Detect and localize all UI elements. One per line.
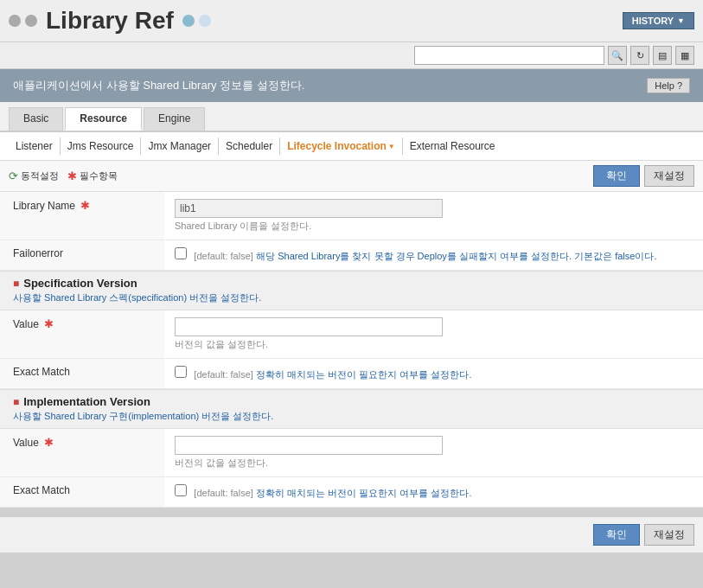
- library-name-field: Shared Library 이름을 설정한다.: [164, 192, 703, 240]
- reset-button[interactable]: 재설정: [644, 165, 694, 187]
- history-button[interactable]: HISTORY ▼: [623, 12, 694, 29]
- failonerror-field: [default: false] 해당 Shared Library를 찾지 못…: [164, 240, 703, 271]
- header-dots-right: [182, 15, 211, 27]
- toolbar-right: 확인 재설정: [593, 165, 694, 187]
- dynamic-setting-label: 동적설정: [21, 169, 59, 182]
- tab-basic[interactable]: Basic: [9, 107, 63, 131]
- bottom-reset-button[interactable]: 재설정: [644, 524, 694, 546]
- section-icon: ■: [13, 278, 19, 290]
- spec-value-input[interactable]: [175, 317, 443, 336]
- failonerror-desc: 해당 Shared Library를 찾지 못할 경우 Deploy를 실패할지…: [256, 251, 656, 261]
- dot-4: [199, 15, 211, 27]
- specification-version-desc: 사용할 Shared Library 스펙(specification) 버전을…: [13, 291, 690, 304]
- spec-exact-match-checkbox[interactable]: [175, 366, 187, 378]
- spec-exact-match-default: [default: false]: [194, 369, 253, 380]
- sub-navigation: Listener Jms Resource Jmx Manager Schedu…: [0, 132, 703, 161]
- required-star-icon: ✱: [80, 199, 90, 212]
- spec-exact-match-field: [default: false] 정확히 매치되는 버전이 필요한지 여부를 설…: [164, 359, 703, 389]
- tab-engine[interactable]: Engine: [144, 107, 205, 131]
- tabs: Basic Resource Engine: [0, 102, 703, 132]
- header-dots: [9, 15, 37, 27]
- dot-2: [25, 15, 37, 27]
- dropdown-arrow-icon: ▼: [388, 143, 395, 150]
- specification-version-section: ■ Specification Version 사용할 Shared Libra…: [0, 271, 703, 310]
- refresh-icon[interactable]: ↻: [630, 46, 649, 65]
- tab-resource[interactable]: Resource: [65, 107, 142, 131]
- impl-required-star-icon: ✱: [44, 436, 54, 449]
- page-title: Library Ref: [46, 7, 174, 35]
- bottom-confirm-button[interactable]: 확인: [593, 524, 640, 546]
- sub-nav-scheduler[interactable]: Scheduler: [219, 137, 280, 155]
- refresh-small-icon: ⟳: [9, 169, 18, 182]
- bottom-toolbar: 확인 재설정: [0, 516, 703, 553]
- implementation-version-section: ■ Implementation Version 사용할 Shared Libr…: [0, 389, 703, 429]
- spec-value-row: Value ✱ 버전의 값을 설정한다.: [0, 310, 703, 359]
- sub-nav-jmx-manager[interactable]: Jmx Manager: [141, 137, 219, 155]
- dynamic-setting-item[interactable]: ⟳ 동적설정: [9, 169, 59, 182]
- impl-exact-match-desc: 정확히 매치되는 버전이 필요한지 여부를 설정한다.: [256, 488, 471, 498]
- confirm-button[interactable]: 확인: [593, 165, 640, 187]
- header-left: Library Ref: [9, 7, 211, 35]
- dot-1: [9, 15, 21, 27]
- lifecycle-label: Lifecycle Invocation: [287, 140, 387, 152]
- sub-nav-lifecycle[interactable]: Lifecycle Invocation ▼: [280, 137, 403, 155]
- chevron-down-icon: ▼: [677, 16, 685, 25]
- page-header: Library Ref HISTORY ▼: [0, 0, 703, 42]
- sub-nav-jms-resource[interactable]: Jms Resource: [61, 137, 142, 155]
- sub-nav-external-resource[interactable]: External Resource: [403, 137, 502, 155]
- impl-value-desc: 버전의 값을 설정한다.: [175, 457, 693, 470]
- history-label: HISTORY: [632, 16, 674, 26]
- spec-value-label: Value ✱: [0, 310, 164, 359]
- implementation-version-title: ■ Implementation Version: [13, 395, 690, 408]
- export1-icon[interactable]: ▤: [653, 46, 672, 65]
- library-name-row: Library Name ✱ Shared Library 이름을 설정한다.: [0, 192, 703, 240]
- required-fields-item: ✱ 필수항목: [67, 169, 118, 182]
- impl-exact-match-default: [default: false]: [194, 488, 253, 498]
- impl-exact-match-label: Exact Match: [0, 477, 164, 508]
- impl-form-table: Value ✱ 버전의 값을 설정한다. Exact Match [defaul…: [0, 429, 703, 508]
- search-bar: 🔍 ↻ ▤ ▦: [0, 42, 703, 69]
- library-name-input[interactable]: [175, 199, 443, 218]
- impl-value-label: Value ✱: [0, 429, 164, 477]
- spec-value-field: 버전의 값을 설정한다.: [164, 310, 703, 359]
- form-table: Library Name ✱ Shared Library 이름을 설정한다. …: [0, 192, 703, 271]
- description-bar: 애플리케이션에서 사용할 Shared Library 정보를 설정한다. He…: [0, 69, 703, 102]
- specification-version-title: ■ Specification Version: [13, 277, 690, 290]
- spec-required-star-icon: ✱: [44, 317, 54, 330]
- required-fields-label: 필수항목: [80, 169, 118, 182]
- failonerror-row: Failonerror [default: false] 해당 Shared L…: [0, 240, 703, 271]
- spec-form-table: Value ✱ 버전의 값을 설정한다. Exact Match [defaul…: [0, 310, 703, 389]
- impl-value-field: 버전의 값을 설정한다.: [164, 429, 703, 477]
- toolbar-left: ⟳ 동적설정 ✱ 필수항목: [9, 169, 118, 182]
- failonerror-label: Failonerror: [0, 240, 164, 271]
- asterisk-icon: ✱: [67, 169, 77, 182]
- help-button[interactable]: Help ?: [647, 78, 690, 93]
- search-input[interactable]: [414, 46, 604, 65]
- library-name-label: Library Name ✱: [0, 192, 164, 240]
- search-icon[interactable]: 🔍: [608, 46, 627, 65]
- dot-3: [182, 15, 195, 27]
- spec-exact-match-desc: 정확히 매치되는 버전이 필요한지 여부를 설정한다.: [256, 369, 471, 380]
- spec-exact-match-row: Exact Match [default: false] 정확히 매치되는 버전…: [0, 359, 703, 389]
- impl-exact-match-row: Exact Match [default: false] 정확히 매치되는 버전…: [0, 477, 703, 508]
- impl-value-input[interactable]: [175, 436, 443, 455]
- description-text: 애플리케이션에서 사용할 Shared Library 정보를 설정한다.: [13, 78, 304, 93]
- main-content: Library Name ✱ Shared Library 이름을 설정한다. …: [0, 192, 703, 508]
- sub-nav-listener[interactable]: Listener: [9, 137, 61, 155]
- failonerror-default: [default: false]: [194, 251, 253, 261]
- spec-value-desc: 버전의 값을 설정한다.: [175, 338, 693, 351]
- implementation-version-desc: 사용할 Shared Library 구현(implementation) 버전…: [13, 410, 690, 423]
- failonerror-checkbox[interactable]: [175, 247, 187, 259]
- impl-exact-match-checkbox[interactable]: [175, 484, 187, 496]
- spec-exact-match-label: Exact Match: [0, 359, 164, 389]
- library-name-desc: Shared Library 이름을 설정한다.: [175, 220, 693, 233]
- main-toolbar: ⟳ 동적설정 ✱ 필수항목 확인 재설정: [0, 161, 703, 192]
- impl-exact-match-field: [default: false] 정확히 매치되는 버전이 필요한지 여부를 설…: [164, 477, 703, 508]
- impl-section-icon: ■: [13, 396, 19, 408]
- export2-icon[interactable]: ▦: [675, 46, 694, 65]
- impl-value-row: Value ✱ 버전의 값을 설정한다.: [0, 429, 703, 477]
